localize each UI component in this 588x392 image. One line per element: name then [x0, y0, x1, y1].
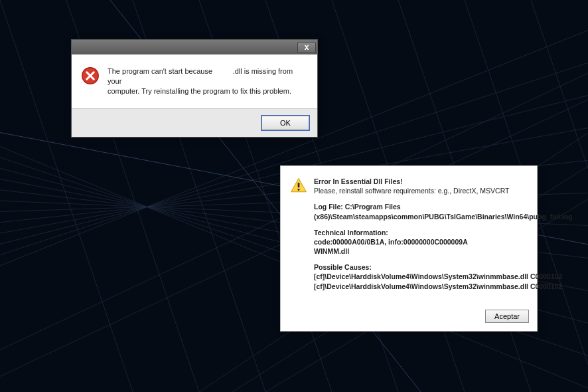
dialog1-titlebar: x: [72, 40, 317, 54]
msg-part1: The program can't start because: [108, 67, 214, 75]
close-button[interactable]: x: [297, 42, 316, 53]
tech-header: Technical Information:: [314, 229, 388, 237]
dialog1-footer: OK: [72, 108, 317, 137]
cause-2: [cf]\Device\HarddiskVolume4\Windows\Syst…: [314, 282, 562, 290]
dialog1-body: The program can't start because .dll is …: [72, 54, 317, 108]
tech-code: code:00000A00/0B1A, info:00000000C000009…: [314, 238, 468, 246]
svg-point-30: [298, 189, 300, 191]
accept-button[interactable]: Aceptar: [485, 310, 529, 323]
msg-part3: computer. Try reinstalling the program t…: [108, 87, 291, 95]
causes-header: Possible Causes:: [314, 263, 372, 271]
logfile-path: (x86)\Steam\steamapps\common\PUBG\TslGam…: [314, 213, 572, 221]
essential-dll-error-dialog: Error In Essential Dll Files! Please, re…: [280, 165, 538, 332]
error-title: Error In Essential Dll Files!: [314, 177, 403, 185]
logfile-header: Log File: C:\Program Files: [314, 203, 401, 211]
error-subtitle: Please, reinstall software requirements:…: [314, 187, 510, 195]
cause-1: [cf]\Device\HarddiskVolume4\Windows\Syst…: [314, 272, 562, 280]
warning-icon: [290, 177, 307, 194]
error-icon: [81, 66, 100, 85]
tech-dll: WINMM.dll: [314, 247, 349, 255]
ok-button[interactable]: OK: [261, 116, 309, 130]
close-icon: x: [305, 43, 309, 52]
dialog2-footer: Aceptar: [281, 304, 537, 331]
missing-dll-dialog: x The program can't start because .dll i…: [71, 39, 318, 138]
dialog1-message: The program can't start because .dll is …: [108, 66, 308, 96]
dialog2-body: Error In Essential Dll Files! Please, re…: [281, 166, 537, 304]
dialog2-message: Error In Essential Dll Files! Please, re…: [314, 177, 572, 298]
svg-rect-29: [298, 183, 300, 187]
